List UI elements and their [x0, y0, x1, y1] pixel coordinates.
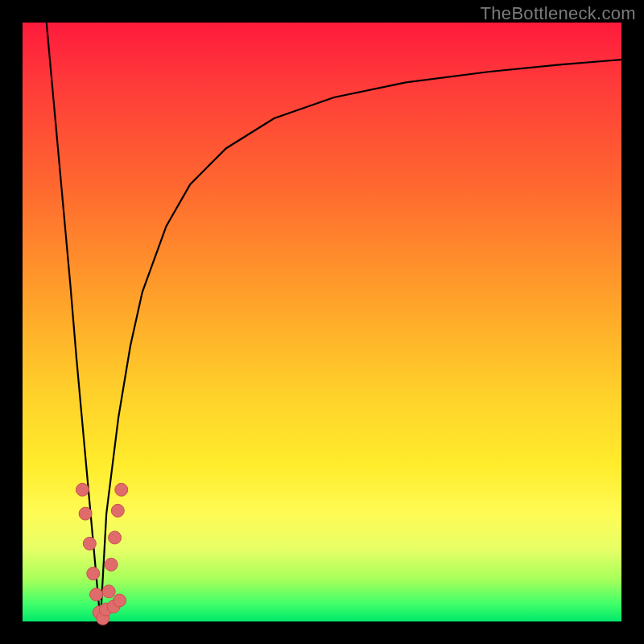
scatter-dot	[102, 585, 115, 598]
scatter-dot	[111, 504, 124, 517]
scatter-dot	[90, 588, 103, 601]
watermark-text: TheBottleneck.com	[481, 3, 636, 24]
scatter-dot	[79, 507, 92, 520]
chart-frame: TheBottleneck.com	[0, 0, 644, 644]
scatter-dot	[114, 594, 126, 607]
curve-left-branch	[47, 23, 101, 621]
scatter-dot	[83, 537, 96, 550]
chart-svg	[23, 23, 621, 621]
scatter-dot	[105, 558, 118, 571]
scatter-dot	[115, 483, 128, 496]
scatter-dot	[87, 567, 100, 580]
curve-right-branch	[101, 60, 621, 621]
scatter-dot	[109, 531, 122, 544]
plot-area	[23, 23, 621, 621]
scatter-dot	[76, 483, 89, 496]
